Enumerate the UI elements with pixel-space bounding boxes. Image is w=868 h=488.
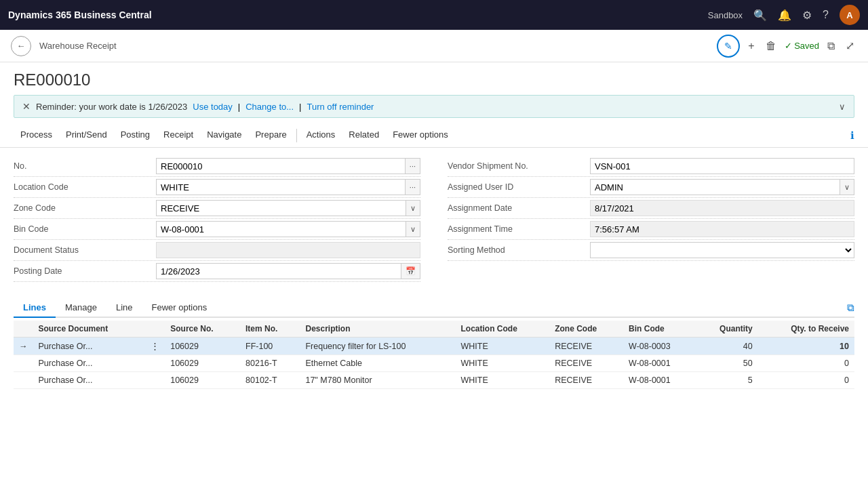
qty-to-receive-cell: 0	[758, 372, 854, 389]
no-label: No.	[14, 161, 156, 171]
reminder-bar: ✕ Reminder: your work date is 1/26/2023 …	[14, 95, 854, 118]
posting-date-label: Posting Date	[14, 266, 156, 276]
delete-button[interactable]: 🗑	[763, 37, 779, 55]
reminder-expand-icon[interactable]: ∨	[839, 102, 846, 112]
lines-expand-icon[interactable]: ⧉	[847, 302, 854, 314]
add-button[interactable]: +	[745, 37, 757, 55]
ribbon-posting[interactable]: Posting	[114, 123, 157, 148]
no-field: ···	[156, 158, 420, 174]
ribbon-process[interactable]: Process	[14, 123, 59, 148]
sorting-method-label: Sorting Method	[448, 245, 590, 255]
bin-code-cell: W-08-0003	[623, 338, 696, 355]
assigned-user-field: ∨	[590, 179, 854, 195]
edit-button[interactable]: ✎	[717, 35, 740, 58]
table-row[interactable]: Purchase Or...10602980102-T17" M780 Moni…	[14, 372, 854, 389]
assigned-user-input[interactable]	[590, 179, 840, 195]
col-description: Description	[300, 321, 455, 338]
row-menu-button[interactable]	[145, 355, 165, 372]
location-code-ellipsis-btn[interactable]: ···	[406, 179, 420, 195]
back-button[interactable]: ←	[11, 36, 31, 56]
header-actions: ✎ + 🗑 ✓ Saved ⧉ ⤢	[717, 35, 857, 58]
reminder-close-button[interactable]: ✕	[22, 101, 31, 112]
assigned-user-dropdown-btn[interactable]: ∨	[840, 179, 854, 195]
bin-code-input[interactable]	[156, 221, 406, 237]
saved-indicator: ✓ Saved	[785, 41, 819, 51]
ribbon-fewer-options[interactable]: Fewer options	[386, 123, 455, 148]
row-arrow-indicator: →	[14, 338, 33, 355]
ribbon-print-send[interactable]: Print/Send	[59, 123, 114, 148]
change-to-link[interactable]: Change to...	[245, 102, 294, 112]
col-arrow	[14, 321, 33, 338]
app-brand: Dynamics 365 Business Central	[8, 9, 703, 20]
col-item-no: Item No.	[240, 321, 300, 338]
form-row-bin-code: Bin Code ∨	[14, 219, 420, 240]
assignment-date-input	[590, 200, 854, 216]
document-status-label: Document Status	[14, 245, 156, 255]
lines-section: Lines Manage Line Fewer options ⧉ Source…	[0, 290, 868, 397]
bin-code-dropdown-btn[interactable]: ∨	[406, 221, 420, 237]
reminder-text: Reminder: your work date is 1/26/2023	[36, 102, 187, 112]
topbar: Dynamics 365 Business Central Sandbox 🔍 …	[0, 0, 868, 30]
settings-icon[interactable]: ⚙	[802, 9, 812, 22]
page-title: Warehouse Receipt	[39, 41, 117, 51]
tab-lines[interactable]: Lines	[14, 298, 56, 318]
location-code-label: Location Code	[14, 182, 156, 192]
source-no-cell: 106029	[165, 355, 240, 372]
sorting-method-select[interactable]	[590, 242, 854, 258]
source-document-cell: Purchase Or...	[33, 338, 146, 355]
tab-line[interactable]: Line	[106, 298, 142, 318]
col-qty-to-receive: Qty. to Receive	[758, 321, 854, 338]
form-row-document-status: Document Status	[14, 240, 420, 261]
ribbon-related[interactable]: Related	[342, 123, 386, 148]
table-row[interactable]: →Purchase Or...⋮106029FF-100Frequency fi…	[14, 338, 854, 355]
no-input[interactable]	[156, 158, 406, 174]
form-row-location-code: Location Code ···	[14, 177, 420, 198]
page-header: ← Warehouse Receipt ✎ + 🗑 ✓ Saved ⧉ ⤢	[0, 30, 868, 62]
location-code-input[interactable]	[156, 179, 406, 195]
posting-date-calendar-btn[interactable]: 📅	[401, 263, 420, 279]
zone-code-cell: RECEIVE	[549, 355, 623, 372]
vendor-shipment-field	[590, 158, 854, 174]
open-new-window-button[interactable]: ⧉	[825, 37, 837, 55]
table-row[interactable]: Purchase Or...10602980216-TEthernet Cabl…	[14, 355, 854, 372]
use-today-link[interactable]: Use today	[193, 102, 233, 112]
ribbon-receipt[interactable]: Receipt	[157, 123, 200, 148]
zone-code-dropdown-btn[interactable]: ∨	[406, 200, 420, 216]
row-arrow-indicator	[14, 355, 33, 372]
row-menu-button[interactable]: ⋮	[145, 338, 165, 355]
document-number: RE000010	[0, 62, 868, 92]
no-ellipsis-btn[interactable]: ···	[406, 158, 420, 174]
assignment-time-label: Assignment Time	[448, 224, 590, 234]
posting-date-input[interactable]	[156, 263, 401, 279]
info-icon[interactable]: ℹ	[850, 129, 854, 142]
tab-manage[interactable]: Manage	[56, 298, 106, 318]
help-icon[interactable]: ?	[823, 9, 829, 21]
tab-fewer-options[interactable]: Fewer options	[142, 298, 217, 318]
ribbon-prepare[interactable]: Prepare	[248, 123, 293, 148]
form-right: Vendor Shipment No. Assigned User ID ∨ A…	[448, 156, 854, 282]
expand-button[interactable]: ⤢	[843, 37, 857, 55]
col-zone-code: Zone Code	[549, 321, 623, 338]
posting-date-field: 📅	[156, 263, 420, 279]
description-cell: Frequency filter for LS-100	[300, 338, 455, 355]
document-status-field	[156, 242, 420, 258]
row-menu-button[interactable]	[145, 372, 165, 389]
form-row-assignment-date: Assignment Date	[448, 198, 854, 219]
ribbon-navigate[interactable]: Navigate	[200, 123, 248, 148]
bell-icon[interactable]: 🔔	[778, 9, 791, 22]
item-no-cell: FF-100	[240, 338, 300, 355]
zone-code-label: Zone Code	[14, 203, 156, 213]
user-avatar[interactable]: A	[840, 5, 860, 25]
form-row-vendor-shipment: Vendor Shipment No.	[448, 156, 854, 177]
location-code-cell: WHITE	[455, 338, 549, 355]
bin-code-field: ∨	[156, 221, 420, 237]
search-icon[interactable]: 🔍	[753, 9, 767, 22]
assignment-time-field	[590, 221, 854, 237]
assignment-date-label: Assignment Date	[448, 203, 590, 213]
turn-off-reminder-link[interactable]: Turn off reminder	[307, 102, 374, 112]
zone-code-input[interactable]	[156, 200, 406, 216]
row-arrow-indicator	[14, 372, 33, 389]
ribbon-actions[interactable]: Actions	[300, 123, 342, 148]
location-code-cell: WHITE	[455, 372, 549, 389]
vendor-shipment-input[interactable]	[590, 158, 854, 174]
